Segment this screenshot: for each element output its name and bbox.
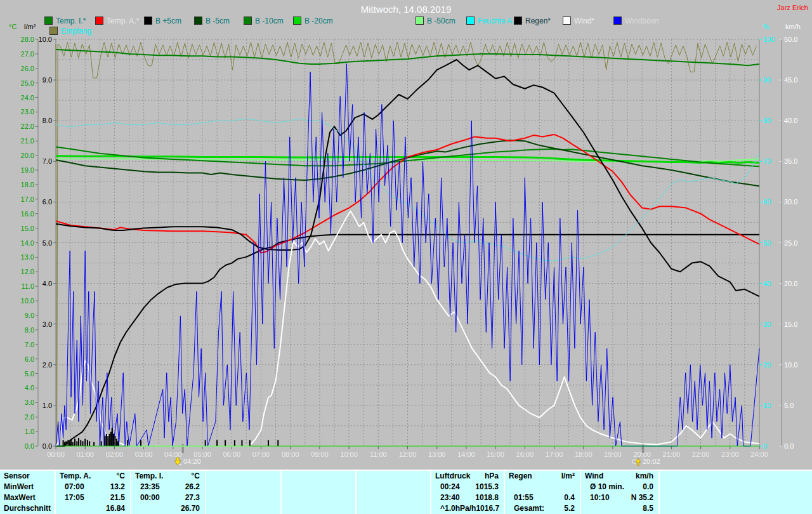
svg-text:25.0: 25.0 (21, 79, 34, 87)
table-row: 16.84 (56, 503, 130, 514)
weather-plot[interactable]: 0.01.02.03.04.05.06.07.08.09.010.011.012… (0, 0, 812, 471)
sunset-icon (632, 458, 641, 466)
table-row (660, 471, 812, 482)
svg-text:14.0: 14.0 (21, 239, 34, 247)
table-column: LuftdruckhPa00:241015.323:401018.8^1.0hP… (431, 471, 505, 514)
table-cell: 07:00 (56, 482, 84, 492)
table-cell: 5.2 (564, 503, 580, 514)
grid (56, 39, 759, 446)
svg-text:21.0: 21.0 (21, 137, 34, 145)
table-row: Windkm/h (581, 471, 658, 482)
table-cell (206, 482, 215, 492)
svg-text:8.0: 8.0 (25, 326, 34, 334)
series-b-5cm (56, 60, 759, 296)
table-row (357, 482, 430, 492)
table-cell (49, 492, 55, 503)
table-cell: 23:40 (431, 492, 460, 503)
table-cell: 01:55 (505, 492, 534, 503)
svg-text:10: 10 (763, 402, 771, 409)
table-cell (350, 482, 355, 492)
table-cell (660, 503, 669, 514)
table-row: Gesamt:5.2 (505, 503, 580, 514)
svg-text:11:00: 11:00 (370, 451, 387, 458)
svg-text:0.0: 0.0 (43, 442, 52, 450)
svg-text:26.0: 26.0 (21, 65, 34, 72)
axis-celsius: 0.01.02.03.04.05.06.07.08.09.010.011.012… (21, 36, 38, 450)
table-cell (51, 503, 56, 514)
table-row: MaxWert (0, 492, 55, 503)
svg-text:23:00: 23:00 (721, 451, 739, 458)
table-row: ^1.0hPa/h1016.7 (431, 503, 504, 514)
table-row: MinWert (0, 482, 55, 492)
table-cell: km/h (636, 471, 658, 482)
table-cell: °C (117, 471, 130, 482)
table-cell (425, 503, 430, 514)
table-cell: N 35.2 (631, 492, 658, 503)
series-temp-i (56, 49, 759, 65)
svg-text:5.0: 5.0 (43, 239, 52, 247)
table-cell (206, 503, 215, 514)
svg-text:20.0: 20.0 (21, 152, 34, 159)
table-cell (49, 482, 55, 492)
table-row: LuftdruckhPa (431, 471, 504, 482)
svg-text:25.0: 25.0 (784, 239, 797, 247)
table-cell (357, 471, 360, 482)
table-cell: Ø 10 min. (581, 482, 624, 492)
table-row (357, 492, 430, 503)
svg-text:15:00: 15:00 (487, 451, 504, 458)
table-column (660, 471, 812, 514)
table-row: Temp. I.°C (131, 471, 205, 482)
svg-text:17:00: 17:00 (546, 451, 563, 458)
table-row (660, 482, 812, 492)
sunrise-icon (174, 458, 182, 466)
svg-text:23.0: 23.0 (21, 108, 34, 115)
table-cell (282, 482, 291, 492)
table-row: 01:550.4 (505, 492, 580, 503)
table-cell (206, 471, 210, 482)
table-cell (807, 503, 812, 514)
sunset-time: 20:02 (643, 458, 660, 465)
table-cell: 1018.8 (475, 492, 504, 503)
table-cell (275, 492, 280, 503)
table-row (660, 492, 812, 503)
table-column: Windkm/hØ 10 min.0.010:10N 35.28.5 (581, 471, 660, 514)
svg-text:100: 100 (763, 36, 775, 43)
svg-text:3.0: 3.0 (25, 399, 34, 406)
svg-text:5.0: 5.0 (25, 370, 34, 378)
table-cell (275, 482, 280, 492)
table-cell (575, 482, 580, 492)
svg-text:15.0: 15.0 (21, 225, 34, 232)
svg-text:24.0: 24.0 (21, 94, 34, 102)
table-row (206, 492, 280, 503)
table-cell: Gesamt: (505, 503, 544, 514)
table-cell: 17:05 (56, 492, 84, 503)
table-cell (807, 482, 812, 492)
table-cell (49, 471, 55, 482)
table-cell (350, 471, 355, 482)
svg-text:90: 90 (763, 76, 771, 84)
axis-percent: 0102030405060708090100 (759, 36, 775, 450)
table-row: Sensor (0, 471, 55, 482)
svg-text:6.0: 6.0 (25, 355, 34, 363)
svg-text:0.0: 0.0 (784, 442, 794, 450)
table-row: Temp. A.°C (56, 471, 130, 482)
svg-text:0: 0 (763, 442, 767, 450)
table-cell (56, 503, 65, 514)
weather-chart-window: Mittwoch, 14.08.2019 Jarz Erich °C l/m² … (0, 0, 812, 514)
table-cell: MaxWert (0, 492, 36, 503)
table-cell: Sensor (0, 471, 30, 482)
table-row: 23:3526.2 (131, 482, 205, 492)
table-row: Durchschnitt (0, 503, 55, 514)
table-cell: ^1.0hPa/h (431, 503, 476, 514)
table-cell: 00:24 (431, 482, 460, 492)
table-column (357, 471, 431, 514)
svg-text:10.0: 10.0 (39, 36, 52, 43)
table-cell (206, 492, 215, 503)
table-cell (425, 471, 430, 482)
table-column: Temp. A.°C07:0013.217:0521.516.84 (56, 471, 131, 514)
table-cell (581, 503, 590, 514)
svg-text:30.0: 30.0 (784, 198, 797, 206)
svg-text:12.0: 12.0 (21, 268, 34, 275)
table-cell: 10:10 (581, 492, 610, 503)
svg-text:35.0: 35.0 (784, 157, 797, 165)
